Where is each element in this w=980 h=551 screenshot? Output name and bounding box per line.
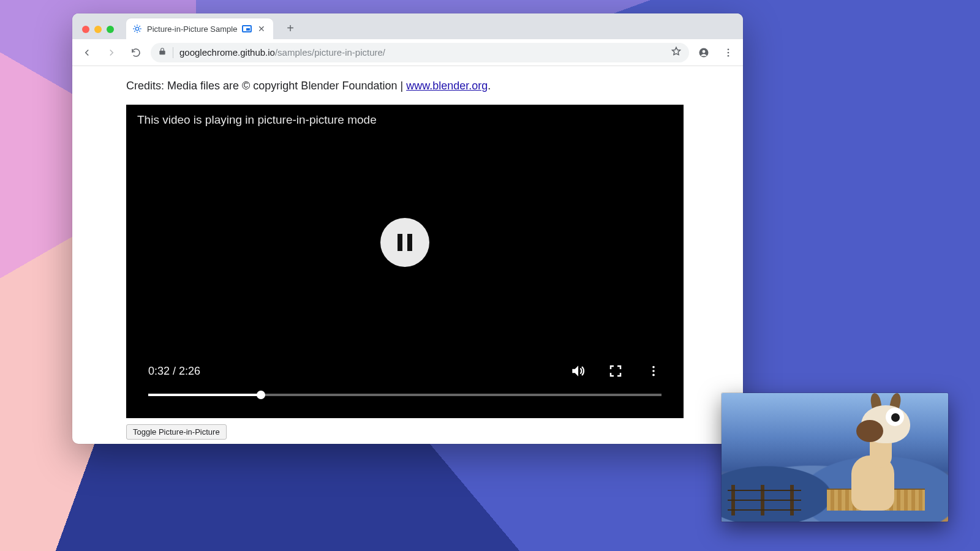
credits-link[interactable]: www.blender.org	[406, 80, 488, 92]
bookmark-star-button[interactable]	[671, 46, 682, 59]
omnibox-divider	[173, 47, 173, 58]
tab-favicon-icon	[132, 24, 142, 34]
browser-menu-button[interactable]	[718, 43, 738, 62]
toggle-pip-button[interactable]: Toggle Picture-in-Picture	[126, 424, 227, 440]
tab-title: Picture-in-Picture Sample	[147, 24, 237, 34]
video-more-options-button[interactable]	[646, 363, 662, 379]
browser-tab[interactable]: Picture-in-Picture Sample ✕	[126, 18, 273, 39]
pip-floating-window[interactable]	[722, 393, 948, 522]
credits-text: Credits: Media files are © copyright Ble…	[126, 80, 406, 92]
svg-point-3	[728, 48, 729, 50]
video-controls-row: 0:32 / 2:26	[148, 363, 662, 379]
video-fullscreen-button[interactable]	[608, 363, 624, 379]
address-bar-url: googlechrome.github.io/samples/picture-i…	[179, 47, 385, 58]
address-bar[interactable]: googlechrome.github.io/samples/picture-i…	[151, 43, 689, 62]
video-progress-played	[148, 394, 261, 396]
tab-pip-indicator-icon	[242, 25, 252, 32]
video-time-display: 0:32 / 2:26	[148, 365, 200, 378]
video-pip-status-text: This video is playing in picture-in-pict…	[137, 113, 377, 127]
svg-point-5	[728, 54, 729, 56]
nav-reload-button[interactable]	[126, 43, 146, 62]
pause-icon	[398, 234, 412, 251]
profile-avatar-button[interactable]	[694, 43, 714, 62]
video-right-controls	[570, 363, 662, 379]
svg-point-6	[652, 366, 655, 369]
lock-icon	[158, 47, 167, 58]
video-volume-button[interactable]	[570, 363, 586, 379]
tab-close-button[interactable]: ✕	[258, 24, 265, 33]
credits-suffix: .	[488, 80, 491, 92]
svg-point-8	[652, 374, 655, 377]
browser-window: Picture-in-Picture Sample ✕ + googlechro…	[72, 13, 743, 444]
browser-toolbar: googlechrome.github.io/samples/picture-i…	[72, 39, 743, 66]
pip-scene-character	[827, 407, 925, 511]
credits-line: Credits: Media files are © copyright Ble…	[126, 80, 689, 92]
window-close-button[interactable]	[82, 26, 89, 33]
nav-forward-button[interactable]	[102, 43, 121, 62]
video-progress-bar[interactable]	[148, 394, 662, 396]
video-pause-button[interactable]	[380, 218, 429, 267]
page-content: Credits: Media files are © copyright Ble…	[72, 66, 743, 444]
svg-point-2	[703, 50, 706, 53]
new-tab-button[interactable]: +	[282, 20, 299, 37]
window-minimize-button[interactable]	[94, 26, 102, 33]
svg-point-4	[728, 51, 729, 53]
nav-back-button[interactable]	[77, 43, 97, 62]
video-progress-knob[interactable]	[257, 391, 265, 399]
window-traffic-lights	[78, 26, 118, 39]
video-player[interactable]: This video is playing in picture-in-pict…	[126, 105, 684, 418]
svg-point-0	[135, 27, 138, 30]
svg-point-7	[652, 370, 655, 372]
tab-strip: Picture-in-Picture Sample ✕ +	[72, 13, 743, 39]
window-maximize-button[interactable]	[107, 26, 114, 33]
pip-scene-fence	[728, 485, 801, 515]
